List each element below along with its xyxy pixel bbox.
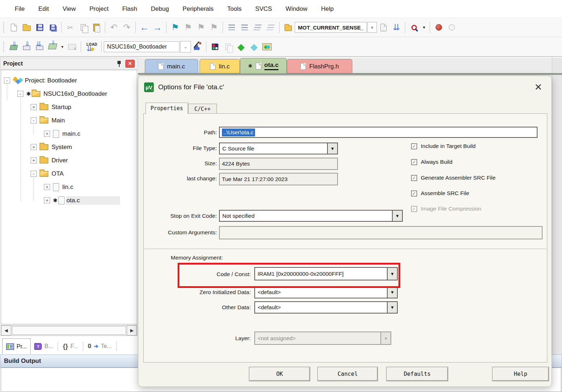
lookup-icon[interactable] [377,21,390,34]
tab-project[interactable]: Pr... [2,338,31,354]
menu-file[interactable]: File [8,3,31,15]
translate-icon[interactable]: ⇓ [7,40,20,54]
save-icon[interactable] [33,21,46,34]
ok-button[interactable]: OK [249,367,310,381]
checkbox-include-in-target-build[interactable]: ✓ Include in Target Build [411,143,476,149]
menu-edit[interactable]: Edit [31,3,55,15]
dropdown-arrow-icon[interactable]: ▼ [392,211,402,221]
find-in-files-icon[interactable] [282,21,295,34]
custom-arguments-field[interactable] [219,226,543,239]
tree-toggle[interactable]: + [44,197,50,203]
stop-build-icon[interactable]: ✕ [66,40,79,54]
dialog-titlebar[interactable]: µVs Options for File 'ota.c' ✕ [138,76,552,98]
close-icon[interactable]: ✕ [531,82,546,93]
defaults-button[interactable]: Defaults [386,367,448,381]
new-file-icon[interactable] [7,21,20,34]
scroll-left-icon[interactable]: ◀ [1,325,11,335]
menu-view[interactable]: View [56,3,83,15]
tab-c-cpp[interactable]: C/C++ [188,104,217,114]
bookmark-next-icon[interactable]: ⚑ [195,21,208,34]
menu-window[interactable]: Window [279,3,314,15]
copy-icon[interactable] [77,21,90,34]
project-horizontal-scrollbar[interactable]: ◀ ▶ [1,325,137,336]
cut-icon[interactable]: ✂ [64,21,77,34]
tab-books[interactable]: ? B... [31,340,57,353]
checkbox-generate-assembler-src[interactable]: ✓ Generate Assembler SRC File [411,175,496,181]
filter-icon[interactable]: ◆ [247,40,260,54]
tree-toggle[interactable]: + [31,157,37,163]
breakpoint-disabled-icon[interactable] [445,21,458,34]
build-icon[interactable]: ⇓ [20,40,33,54]
uncomment-icon[interactable] [264,21,277,34]
tree-row[interactable]: - Main [31,114,65,127]
save-all-icon[interactable] [46,21,59,34]
tree-row[interactable]: + System [31,140,72,154]
debug-magnifier-icon[interactable] [407,21,420,34]
editor-scrollbar-strip[interactable] [552,58,562,392]
tree-row[interactable]: - ✱ NSUC16x0_Bootloader [17,87,107,100]
tree-toggle[interactable]: + [44,131,50,137]
tree-row[interactable]: + Driver [31,154,68,167]
menu-flash[interactable]: Flash [115,3,144,15]
outdent-icon[interactable] [225,21,238,34]
scroll-right-icon[interactable]: ▶ [127,325,137,335]
target-dropdown-icon[interactable]: ⌄ [180,41,191,53]
batch-build-dropdown-icon[interactable]: ▾ [59,40,66,54]
tree-toggle[interactable]: + [31,104,37,110]
target-combobox[interactable]: NSUC16x0_Bootloader [104,41,179,52]
batch-build-icon[interactable]: ⇓ [46,40,59,54]
dropdown-arrow-icon[interactable]: ▼ [387,302,397,313]
tree-toggle[interactable]: - [4,77,10,84]
debug-magnifier-dropdown-icon[interactable]: ▾ [420,21,428,34]
menu-svcs[interactable]: SVCS [249,3,279,15]
tree-row[interactable]: + Startup [31,100,71,114]
menu-debug[interactable]: Debug [144,3,176,15]
dropdown-arrow-icon[interactable]: ▼ [327,143,337,154]
tree-toggle[interactable]: - [31,117,37,123]
editor-tab-main-c[interactable]: main.c [145,59,198,73]
search-down-icon[interactable]: ⇊ [390,21,403,34]
paste-icon[interactable] [90,21,103,34]
help-button[interactable]: Help [492,367,549,381]
scrollbar-thumb[interactable] [12,326,126,335]
menu-tools[interactable]: Tools [220,3,249,15]
dropdown-arrow-icon[interactable]: ▼ [387,287,397,298]
packs-icon[interactable]: ◆◆ [260,40,273,54]
undo-icon[interactable]: ↶ [107,21,120,34]
download-icon[interactable]: LOAD⇊✱ [83,40,99,54]
editor-tab-lin-c[interactable]: lin.c [200,59,240,73]
tab-properties[interactable]: Properties [146,103,188,114]
cancel-button[interactable]: Cancel [317,367,378,381]
zero-initialized-data-combobox[interactable]: <default> ▼ [254,286,398,298]
tree-toggle[interactable]: + [44,184,50,190]
tree-toggle[interactable]: - [17,91,23,97]
breakpoint-icon[interactable] [432,21,445,34]
rebuild-icon[interactable]: ⇊ [33,40,46,54]
tree-row[interactable]: + main.c [44,127,80,140]
checkbox-assemble-src-file[interactable]: ✓ Assemble SRC File [411,190,469,197]
bookmark-prev-icon[interactable]: ⚑ [182,21,195,34]
nav-forward-icon[interactable]: → [151,21,164,34]
tab-functions[interactable]: {} F... [59,340,81,353]
comment-icon[interactable] [251,21,264,34]
tab-templates[interactable]: 0➔ Te... [84,340,115,353]
tree-row[interactable]: + lin.c [44,180,73,194]
target-options-icon[interactable]: ✱ [191,40,204,54]
tree-toggle[interactable]: + [31,144,37,150]
editor-tab-ota-c[interactable]: ✱ ota.c [240,58,287,73]
tree-row[interactable]: - OTA [31,167,64,180]
search-target-dropdown-icon[interactable]: ▾ [367,22,377,33]
nav-back-icon[interactable]: ← [138,21,151,34]
other-data-combobox[interactable]: <default> ▼ [254,301,398,314]
pack-installer-icon[interactable]: ◆ [235,40,247,54]
menu-project[interactable]: Project [82,3,115,15]
menu-help[interactable]: Help [314,3,340,15]
file-type-combobox[interactable]: C Source file ▼ [219,143,338,154]
windows-icon[interactable] [222,40,235,54]
menu-peripherals[interactable]: Peripherals [176,3,220,15]
open-file-icon[interactable] [20,21,33,34]
bookmark-toggle-icon[interactable]: ⚑ [169,21,182,34]
redo-icon[interactable]: ↷ [120,21,133,34]
tree-row-selected[interactable]: + ✱ ota.c [44,194,120,207]
editor-tab-flashprg-h[interactable]: FlashPrg.h [287,59,352,73]
